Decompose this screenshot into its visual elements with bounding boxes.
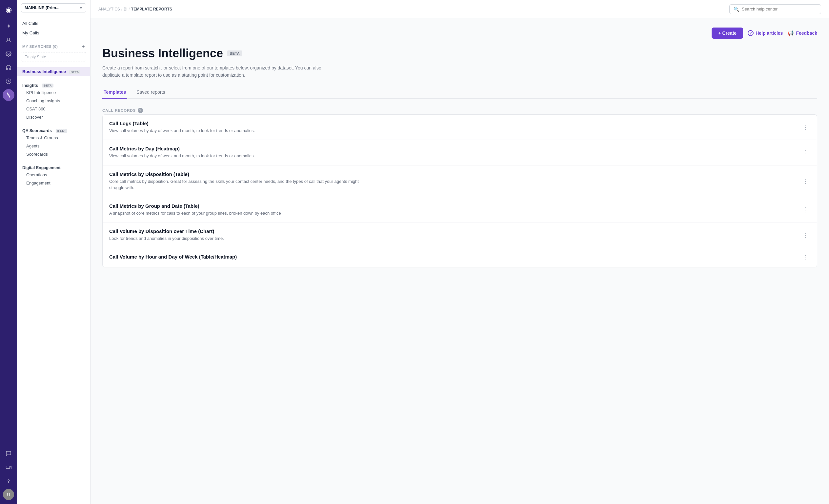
content-area: + Create ? Help articles 📢 Feedback Busi… (91, 18, 829, 504)
topbar: ANALYTICS / BI / TEMPLATE REPORTS 🔍 (91, 0, 829, 18)
section-help-icon[interactable]: ? (138, 108, 143, 113)
help-articles-button[interactable]: ? Help articles (748, 30, 783, 36)
sidebar-item-all-calls[interactable]: All Calls (17, 19, 90, 28)
sidebar-item-operations[interactable]: Operations (17, 171, 90, 179)
search-icon: 🔍 (733, 6, 739, 12)
report-title-3: Call Metrics by Group and Date (Table) (109, 203, 801, 209)
report-menu-5[interactable]: ⋮ (801, 254, 810, 261)
feedback-icon: 📢 (787, 30, 794, 36)
bi-beta-badge: BETA (69, 70, 81, 74)
chat-bubbles-icon[interactable] (3, 448, 14, 459)
report-list: Call Logs (Table) View call volumes by d… (102, 114, 817, 267)
my-calls-label: My Calls (22, 31, 39, 35)
help-search-box[interactable]: 🔍 (729, 4, 821, 14)
sidebar-item-business-intelligence[interactable]: Business Intelligence BETA (17, 67, 90, 76)
sidebar-item-csat-360[interactable]: CSAT 360 (17, 105, 90, 113)
report-desc-4: Look for trends and anomalies in your di… (109, 235, 365, 242)
report-item-0: Call Logs (Table) View call volumes by d… (103, 115, 817, 140)
all-calls-label: All Calls (22, 21, 38, 26)
beta-badge: BETA (227, 50, 242, 56)
sidebar-top: MAINLINE (Prim... ▼ (17, 0, 90, 16)
sidebar-item-teams-groups[interactable]: Teams & Groups (17, 134, 90, 142)
qa-scorecards-group-header: QA Scorecards BETA (17, 125, 90, 134)
report-menu-4[interactable]: ⋮ (801, 232, 810, 239)
logo-icon[interactable]: ◉ (3, 4, 14, 16)
report-title-4: Call Volume by Disposition over Time (Ch… (109, 228, 801, 234)
breadcrumb-bi: BI (123, 7, 127, 11)
report-menu-0[interactable]: ⋮ (801, 123, 810, 131)
add-search-button[interactable]: + (82, 44, 85, 49)
section-label-call-records: CALL RECORDS ? (102, 108, 817, 113)
workspace-selector[interactable]: MAINLINE (Prim... ▼ (21, 3, 86, 12)
tabs: Templates Saved reports (102, 87, 817, 99)
sparkle-icon[interactable]: ✦ (3, 20, 14, 32)
icon-rail: ◉ ✦ ? U (0, 0, 17, 504)
avatar[interactable]: U (3, 489, 14, 500)
report-desc-0: View call volumes by day of week and mon… (109, 127, 365, 134)
sidebar-item-discover[interactable]: Discover (17, 113, 90, 121)
clock-icon[interactable] (3, 75, 14, 87)
help-circle-icon: ? (748, 30, 754, 36)
report-item-4: Call Volume by Disposition over Time (Ch… (103, 223, 817, 248)
chevron-down-icon: ▼ (79, 6, 83, 10)
digital-engagement-group-header: Digital Engagement (17, 162, 90, 171)
report-item-2: Call Metrics by Disposition (Table) Core… (103, 165, 817, 197)
report-menu-2[interactable]: ⋮ (801, 178, 810, 185)
sidebar: MAINLINE (Prim... ▼ All Calls My Calls M… (17, 0, 91, 504)
video-icon[interactable] (3, 461, 14, 473)
sidebar-item-scorecards[interactable]: Scorecards (17, 150, 90, 158)
report-desc-2: Core call metrics by disposition. Great … (109, 178, 365, 191)
my-searches-label: My Searches (0) (22, 45, 58, 48)
svg-point-1 (8, 53, 9, 55)
qa-beta-badge: BETA (56, 129, 67, 133)
report-desc-1: View call volumes by day of week and mon… (109, 153, 365, 159)
sidebar-item-coaching-insights[interactable]: Coaching Insights (17, 97, 90, 105)
feedback-button[interactable]: 📢 Feedback (787, 30, 817, 36)
analytics-icon[interactable] (3, 89, 14, 101)
report-title-2: Call Metrics by Disposition (Table) (109, 171, 801, 177)
question-icon[interactable]: ? (3, 475, 14, 487)
create-button[interactable]: + Create (712, 28, 743, 39)
report-title-5: Call Volume by Hour and Day of Week (Tab… (109, 254, 801, 260)
sidebar-item-my-calls[interactable]: My Calls (17, 28, 90, 38)
sidebar-item-agents[interactable]: Agents (17, 142, 90, 150)
breadcrumb-analytics: ANALYTICS (98, 7, 120, 11)
svg-point-0 (7, 38, 9, 40)
tab-templates[interactable]: Templates (102, 87, 127, 99)
report-desc-3: A snapshot of core metrics for calls to … (109, 210, 365, 217)
my-searches-section: My Searches (0) + (17, 40, 90, 51)
workspace-label: MAINLINE (Prim... (25, 6, 59, 10)
insights-group-header: Insights BETA (17, 80, 90, 88)
person-icon[interactable] (3, 34, 14, 46)
report-title-0: Call Logs (Table) (109, 121, 801, 126)
breadcrumb: ANALYTICS / BI / TEMPLATE REPORTS (98, 7, 172, 11)
insights-beta-badge: BETA (42, 84, 53, 87)
report-menu-3[interactable]: ⋮ (801, 206, 810, 213)
search-input[interactable] (742, 6, 817, 11)
sidebar-item-kpi-intelligence[interactable]: KPI Intelligence (17, 88, 90, 97)
report-item-5: Call Volume by Hour and Day of Week (Tab… (103, 248, 817, 267)
tab-saved-reports[interactable]: Saved reports (135, 87, 166, 99)
report-menu-1[interactable]: ⋮ (801, 149, 810, 156)
svg-rect-3 (6, 466, 10, 469)
gear-icon[interactable] (3, 48, 14, 60)
bi-label: Business Intelligence (22, 69, 66, 74)
sidebar-item-engagement[interactable]: Engagement (17, 179, 90, 187)
headset-icon[interactable] (3, 62, 14, 73)
report-item-3: Call Metrics by Group and Date (Table) A… (103, 197, 817, 223)
breadcrumb-current: TEMPLATE REPORTS (131, 7, 172, 11)
topbar-right: 🔍 (729, 4, 821, 14)
content-toolbar: + Create ? Help articles 📢 Feedback (102, 28, 817, 39)
main-content: ANALYTICS / BI / TEMPLATE REPORTS 🔍 + Cr… (91, 0, 829, 504)
page-title: Business Intelligence BETA (102, 46, 817, 60)
page-description: Create a report from scratch , or select… (102, 64, 325, 79)
empty-state-item[interactable]: Empty State (21, 52, 86, 62)
report-title-1: Call Metrics by Day (Heatmap) (109, 146, 801, 151)
sidebar-nav: All Calls My Calls (17, 16, 90, 40)
report-item-1: Call Metrics by Day (Heatmap) View call … (103, 140, 817, 165)
